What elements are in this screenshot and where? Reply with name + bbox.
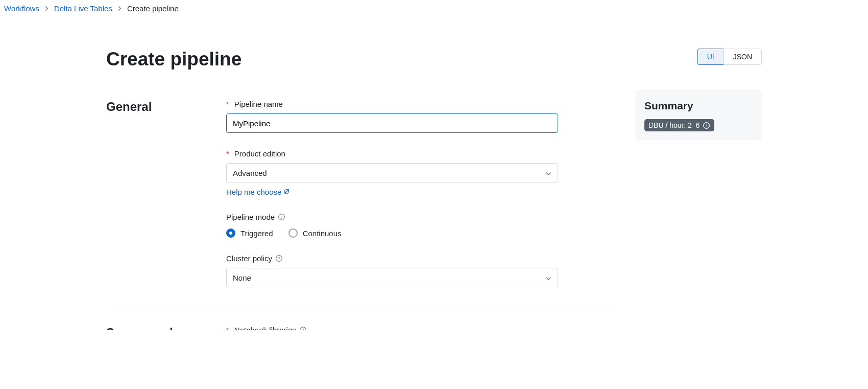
breadcrumb-current: Create pipeline [127,4,179,13]
breadcrumb: Workflows Delta Live Tables Create pipel… [0,0,868,13]
cluster-policy-value: None [233,273,251,282]
view-toggle-json[interactable]: JSON [724,49,762,65]
svg-text:?: ? [706,123,708,128]
notebook-libraries-label: *Notebook libraries ? [226,326,558,330]
summary-panel: Summary DBU / hour: 2–6 ? [635,89,762,141]
mode-continuous-label: Continuous [303,229,342,238]
mode-triggered-radio[interactable]: Triggered [226,228,273,238]
cluster-policy-select[interactable]: None [226,268,558,287]
view-toggle-ui[interactable]: UI [697,49,724,65]
info-icon[interactable]: ? [275,255,283,262]
pipeline-name-input[interactable] [226,113,558,133]
section-source-code: Source code *Notebook libraries ? [106,310,615,352]
view-toggle: UI JSON [697,49,762,65]
chevron-right-icon [117,5,122,12]
chevron-down-icon [545,274,551,281]
breadcrumb-link-workflows[interactable]: Workflows [4,4,39,13]
svg-text:?: ? [278,256,280,261]
product-edition-value: Advanced [233,169,267,177]
section-title-general: General [106,100,196,287]
info-icon[interactable]: ? [299,326,307,330]
external-link-icon [283,188,290,196]
product-edition-select[interactable]: Advanced [226,163,558,182]
breadcrumb-link-dlt[interactable]: Delta Live Tables [54,4,112,13]
help-me-choose-link[interactable]: Help me choose [226,188,290,196]
product-edition-label: *Product edition [226,149,558,158]
info-icon[interactable]: ? [703,122,710,129]
page-title: Create pipeline [106,49,242,70]
mode-triggered-label: Triggered [240,229,273,238]
pipeline-mode-label: Pipeline mode ? [226,213,558,221]
chevron-down-icon [545,170,551,176]
section-general: General *Pipeline name *Product edition [106,89,615,310]
section-title-source-code: Source code [106,326,196,330]
mode-continuous-radio[interactable]: Continuous [288,228,342,238]
pipeline-name-label: *Pipeline name [226,100,558,108]
summary-title: Summary [644,100,753,112]
chevron-right-icon [44,5,49,12]
info-icon[interactable]: ? [278,213,285,221]
cluster-policy-label: Cluster policy ? [226,254,558,263]
svg-text:?: ? [302,328,304,330]
svg-text:?: ? [281,215,283,220]
dbu-hour-badge: DBU / hour: 2–6 ? [644,119,714,131]
